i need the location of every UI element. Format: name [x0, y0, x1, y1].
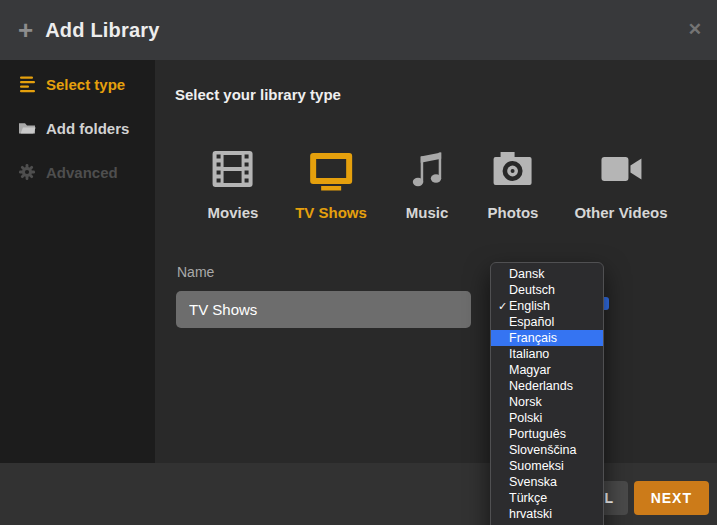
name-field-label: Name: [177, 264, 214, 280]
language-option[interactable]: ✓ Suomeksi: [491, 458, 603, 474]
folder-icon: [18, 119, 36, 137]
list-icon: [18, 75, 36, 93]
language-option[interactable]: ✓ Magyar: [491, 362, 603, 378]
sidebar-item-add-folders[interactable]: Add folders: [0, 106, 155, 150]
language-option-label: Svenska: [509, 475, 557, 489]
language-option-label: Slovenščina: [509, 443, 576, 457]
dialog-header: + Add Library ✕: [0, 0, 717, 60]
sidebar-item-label: Select type: [46, 76, 125, 93]
language-option[interactable]: ✓ Nederlands: [491, 378, 603, 394]
language-option[interactable]: ✓ Norsk: [491, 394, 603, 410]
language-option[interactable]: ✓ hrvatski: [491, 506, 603, 522]
language-option[interactable]: ✓ Svenska: [491, 474, 603, 490]
checkmark-icon: ✓: [496, 300, 509, 313]
language-option-label: Nederlands: [509, 379, 573, 393]
dialog-title: Add Library: [45, 19, 159, 42]
language-option-label: Polski: [509, 411, 542, 425]
sidebar-item-label: Advanced: [46, 164, 118, 181]
library-type-music[interactable]: Music: [405, 147, 449, 221]
library-type-label: Movies: [208, 204, 259, 221]
library-type-movies[interactable]: Movies: [208, 147, 259, 221]
wizard-steps-sidebar: Select type Add folders Advanced: [0, 60, 155, 463]
language-option[interactable]: ✓ Deutsch: [491, 282, 603, 298]
dialog-footer: CANCEL NEXT: [0, 463, 717, 525]
language-option-label: English: [509, 299, 550, 313]
tv-shows-icon: [309, 147, 353, 191]
language-option-label: Français: [509, 331, 557, 345]
library-type-label: Photos: [488, 204, 539, 221]
language-option[interactable]: ✓ Español: [491, 314, 603, 330]
language-option-label: Suomeksi: [509, 459, 564, 473]
library-type-photos[interactable]: Photos: [488, 147, 539, 221]
library-type-tv-shows[interactable]: TV Shows: [295, 147, 367, 221]
music-icon: [405, 147, 449, 191]
movies-icon: [211, 147, 255, 191]
panel-heading: Select your library type: [175, 86, 341, 103]
photos-icon: [491, 147, 535, 191]
language-option-label: Español: [509, 315, 554, 329]
language-option-label: Türkçe: [509, 491, 547, 505]
library-type-other-videos[interactable]: Other Videos: [574, 147, 667, 221]
library-type-label: TV Shows: [295, 204, 367, 221]
language-option-label: Português: [509, 427, 566, 441]
language-option[interactable]: ✓ Slovenščina: [491, 442, 603, 458]
language-option[interactable]: ✓ Português: [491, 426, 603, 442]
language-option[interactable]: ✓ English: [491, 298, 603, 314]
language-option-label: Norsk: [509, 395, 542, 409]
select-type-panel: Select your library type Movies TV Shows: [155, 60, 717, 463]
sidebar-item-label: Add folders: [46, 120, 129, 137]
library-name-input[interactable]: [176, 291, 471, 328]
library-type-label: Other Videos: [574, 204, 667, 221]
language-option[interactable]: ✓ Français: [491, 330, 603, 346]
language-option-label: Deutsch: [509, 283, 555, 297]
sidebar-item-advanced[interactable]: Advanced: [0, 150, 155, 194]
gear-icon: [18, 163, 36, 181]
language-option[interactable]: ✓ Italiano: [491, 346, 603, 362]
video-camera-icon: [599, 147, 643, 191]
language-option-label: Italiano: [509, 347, 549, 361]
language-dropdown-menu: ✓ Dansk ✓ Deutsch ✓ English ✓ Español ✓ …: [490, 262, 604, 525]
library-type-label: Music: [405, 204, 449, 221]
language-option[interactable]: ✓ Polski: [491, 410, 603, 426]
language-option[interactable]: ✓ Türkçe: [491, 490, 603, 506]
next-button[interactable]: NEXT: [634, 481, 709, 515]
language-option[interactable]: ✓ Dansk: [491, 266, 603, 282]
sidebar-item-select-type[interactable]: Select type: [0, 62, 155, 106]
close-icon[interactable]: ✕: [688, 19, 702, 40]
language-option-label: Magyar: [509, 363, 551, 377]
language-option-label: hrvatski: [509, 507, 552, 521]
language-option-label: Dansk: [509, 267, 544, 281]
